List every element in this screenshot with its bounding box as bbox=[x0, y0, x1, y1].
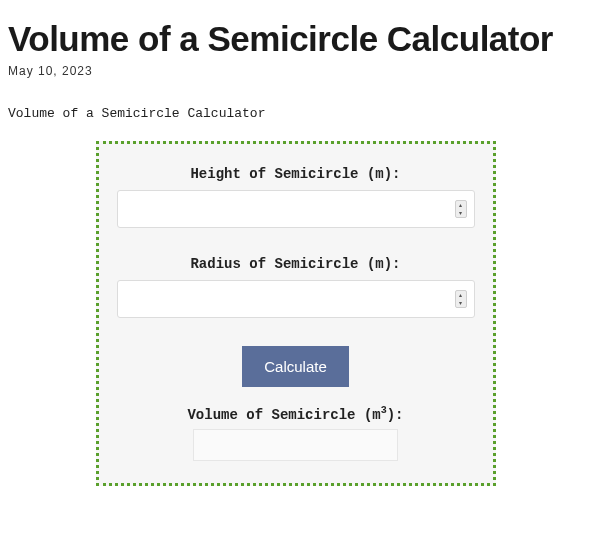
page-title: Volume of a Semicircle Calculator bbox=[8, 18, 583, 60]
height-field-group: Height of Semicircle (m): ▴▾ bbox=[117, 166, 475, 228]
radius-input[interactable] bbox=[117, 280, 475, 318]
calculator-subtitle: Volume of a Semicircle Calculator bbox=[8, 106, 583, 121]
calculator-card: Height of Semicircle (m): ▴▾ Radius of S… bbox=[96, 141, 496, 486]
radius-field-group: Radius of Semicircle (m): ▴▾ bbox=[117, 256, 475, 318]
height-input-wrap: ▴▾ bbox=[117, 190, 475, 228]
radius-label: Radius of Semicircle (m): bbox=[117, 256, 475, 272]
result-output bbox=[193, 429, 398, 461]
height-input[interactable] bbox=[117, 190, 475, 228]
radius-input-wrap: ▴▾ bbox=[117, 280, 475, 318]
result-group: Volume of Semicircle (m3): bbox=[117, 405, 475, 461]
result-label-prefix: Volume of Semicircle (m bbox=[187, 407, 380, 423]
result-label: Volume of Semicircle (m3): bbox=[117, 405, 475, 423]
height-label: Height of Semicircle (m): bbox=[117, 166, 475, 182]
calculate-button[interactable]: Calculate bbox=[242, 346, 349, 387]
publish-date: May 10, 2023 bbox=[8, 64, 583, 78]
result-label-suffix: ): bbox=[387, 407, 404, 423]
